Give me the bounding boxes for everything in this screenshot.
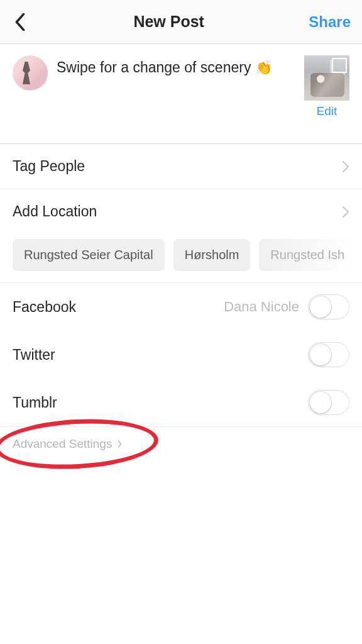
- share-tumblr-row: Tumblr: [0, 379, 362, 426]
- tumblr-label: Tumblr: [13, 394, 57, 411]
- twitter-toggle[interactable]: [308, 342, 349, 367]
- twitter-label: Twitter: [13, 347, 55, 364]
- facebook-label: Facebook: [13, 299, 76, 316]
- tag-people-row[interactable]: Tag People: [0, 144, 362, 189]
- chevron-right-icon: [117, 440, 123, 448]
- back-button[interactable]: [11, 13, 29, 31]
- location-suggestions: Rungsted Seier Capital Hørsholm Rungsted…: [0, 234, 362, 283]
- post-thumbnail[interactable]: [304, 55, 349, 101]
- edit-thumbnail-link[interactable]: Edit: [317, 104, 337, 118]
- profile-avatar: [13, 55, 48, 91]
- chevron-right-icon: [342, 206, 349, 218]
- clap-emoji: 👏: [255, 60, 272, 75]
- add-location-label: Add Location: [13, 203, 97, 220]
- location-chip[interactable]: Hørsholm: [173, 239, 251, 271]
- caption-text: Swipe for a change of scenery: [57, 59, 251, 75]
- facebook-account: Dana Nicole: [224, 299, 299, 315]
- add-location-row[interactable]: Add Location: [0, 189, 362, 234]
- tag-people-label: Tag People: [13, 158, 85, 175]
- advanced-settings-label: Advanced Settings: [13, 437, 112, 451]
- location-chip[interactable]: Rungsted Ish: [259, 239, 356, 271]
- share-button[interactable]: Share: [309, 13, 351, 31]
- tumblr-toggle[interactable]: [308, 390, 349, 415]
- share-facebook-row: Facebook Dana Nicole: [0, 283, 362, 331]
- caption-input[interactable]: Swipe for a change of scenery 👏: [57, 55, 295, 77]
- facebook-toggle[interactable]: [308, 294, 349, 319]
- advanced-settings-link[interactable]: Advanced Settings: [13, 437, 123, 451]
- chevron-right-icon: [342, 160, 349, 173]
- caption-section: Swipe for a change of scenery 👏 Edit: [0, 44, 362, 126]
- location-chip[interactable]: Rungsted Seier Capital: [13, 239, 165, 271]
- share-twitter-row: Twitter: [0, 331, 362, 379]
- page-title: New Post: [133, 13, 204, 31]
- chevron-left-icon: [14, 13, 26, 31]
